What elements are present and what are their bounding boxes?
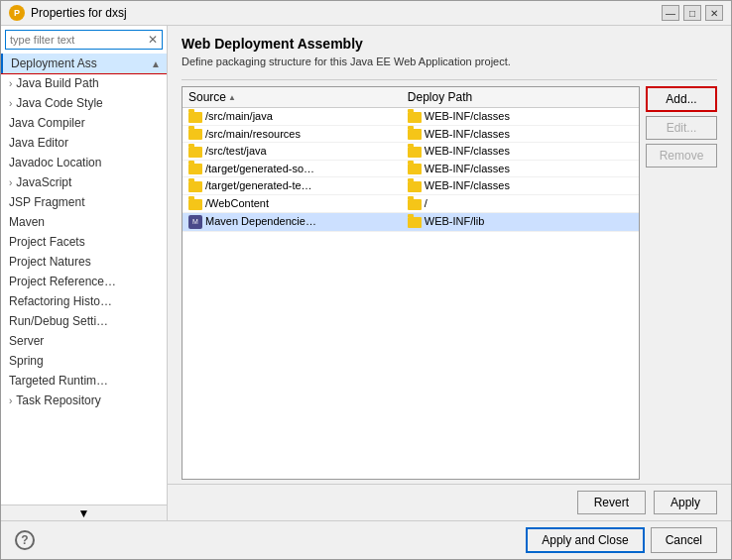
folder-icon — [188, 147, 202, 158]
sidebar-item-spring[interactable]: Spring — [1, 351, 167, 371]
edit-button[interactable]: Edit... — [646, 116, 717, 140]
remove-button[interactable]: Remove — [646, 144, 717, 168]
sidebar-item-label: Project Natures — [9, 255, 91, 269]
deploy-cell: WEB-INF/classes — [402, 143, 639, 161]
sidebar-item-javadoc-location[interactable]: Javadoc Location — [1, 153, 167, 172]
deploy-cell: WEB-INF/lib — [402, 212, 639, 231]
sidebar-item-project-facets[interactable]: Project Facets — [1, 232, 167, 252]
table-row[interactable]: /src/main/resourcesWEB-INF/classes — [183, 125, 639, 143]
title-bar: P Properties for dxsj — □ ✕ — [1, 1, 731, 26]
footer-right: Apply and Close Cancel — [526, 527, 717, 553]
table-row[interactable]: /src/test/javaWEB-INF/classes — [183, 143, 639, 161]
source-cell: /src/main/resources — [183, 125, 402, 143]
sidebar-item-java-code-style[interactable]: › Java Code Style — [1, 93, 167, 113]
sidebar-item-java-compiler[interactable]: Java Compiler — [1, 113, 167, 133]
main-window: P Properties for dxsj — □ ✕ ✕ Deployment… — [0, 0, 732, 560]
footer-left: ? — [15, 530, 35, 550]
deployment-table: Source ▲ Deploy Path — [183, 87, 639, 232]
sidebar-scroll-down[interactable]: ▼ — [1, 504, 167, 520]
sidebar-item-label: Task Repository — [16, 393, 100, 407]
sidebar-item-refactoring[interactable]: Refactoring Histo… — [1, 291, 167, 311]
sidebar-item-label: Project Reference… — [9, 275, 116, 288]
sidebar-item-label: Server — [9, 334, 44, 348]
folder-icon — [408, 129, 422, 140]
sidebar-item-javascript[interactable]: › JavaScript — [1, 172, 167, 192]
sidebar: ✕ Deployment Ass ▲ › Java Build Path › J… — [1, 26, 168, 520]
assembly-table[interactable]: Source ▲ Deploy Path — [182, 86, 640, 480]
source-cell: /target/generated-so… — [183, 160, 402, 177]
title-bar-left: P Properties for dxsj — [9, 5, 127, 21]
sidebar-item-label: Deployment Ass — [11, 56, 97, 70]
table-row[interactable]: MMaven Dependencie…WEB-INF/lib — [183, 212, 639, 231]
folder-icon — [188, 181, 202, 192]
table-row[interactable]: /target/generated-so…WEB-INF/classes — [183, 160, 639, 177]
deploy-cell: WEB-INF/classes — [402, 177, 639, 195]
minimize-button[interactable]: — — [662, 5, 679, 21]
sort-arrow-icon: ▲ — [228, 93, 236, 102]
sidebar-item-label: Java Compiler — [9, 116, 85, 130]
sidebar-item-server[interactable]: Server — [1, 331, 167, 351]
sidebar-item-build-path[interactable]: › Java Build Path — [1, 73, 167, 93]
apply-close-button[interactable]: Apply and Close — [526, 527, 644, 553]
sidebar-item-maven[interactable]: Maven — [1, 212, 167, 232]
folder-icon — [408, 112, 422, 123]
table-row[interactable]: /src/main/javaWEB-INF/classes — [183, 108, 639, 126]
sidebar-item-deployment-ass[interactable]: Deployment Ass ▲ — [1, 54, 167, 73]
expand-arrow-icon: › — [9, 78, 12, 89]
source-cell: /target/generated-te… — [183, 177, 402, 195]
sidebar-item-task-repository[interactable]: › Task Repository — [1, 391, 167, 410]
action-buttons: Add... Edit... Remove — [646, 86, 717, 480]
sidebar-item-java-editor[interactable]: Java Editor — [1, 133, 167, 153]
folder-icon — [408, 147, 422, 158]
folder-icon — [408, 181, 422, 192]
source-cell: /src/test/java — [183, 143, 402, 161]
search-input[interactable] — [10, 34, 148, 46]
sidebar-item-targeted-runtime[interactable]: Targeted Runtim… — [1, 371, 167, 391]
expand-arrow-icon: › — [9, 177, 12, 188]
table-row[interactable]: /WebContent/ — [183, 194, 639, 212]
footer: ? Apply and Close Cancel — [1, 520, 731, 559]
table-row[interactable]: /target/generated-te…WEB-INF/classes — [183, 177, 639, 195]
revert-button[interactable]: Revert — [577, 491, 646, 514]
folder-icon — [408, 199, 422, 210]
panel-header: Web Deployment Assembly Define packaging… — [168, 26, 731, 79]
close-button[interactable]: ✕ — [705, 5, 723, 21]
sidebar-item-label: Maven — [9, 215, 45, 229]
cancel-button[interactable]: Cancel — [651, 527, 717, 553]
folder-icon — [188, 199, 202, 210]
deploy-column-header[interactable]: Deploy Path — [402, 87, 639, 108]
deploy-cell: WEB-INF/classes — [402, 125, 639, 143]
search-clear-icon[interactable]: ✕ — [148, 33, 158, 47]
help-button[interactable]: ? — [15, 530, 35, 550]
sidebar-item-label: Javadoc Location — [9, 156, 101, 169]
window-title: Properties for dxsj — [31, 6, 127, 20]
folder-icon — [188, 164, 202, 174]
panel-description: Define packaging structure for this Java… — [182, 56, 717, 67]
restore-button[interactable]: □ — [683, 5, 701, 21]
window-controls: — □ ✕ — [662, 5, 723, 21]
sidebar-item-run-debug[interactable]: Run/Debug Setti… — [1, 311, 167, 331]
sidebar-item-project-references[interactable]: Project Reference… — [1, 272, 167, 291]
folder-icon — [188, 129, 202, 140]
main-content: ✕ Deployment Ass ▲ › Java Build Path › J… — [1, 26, 731, 520]
folder-icon — [408, 164, 422, 174]
sidebar-item-project-natures[interactable]: Project Natures — [1, 252, 167, 272]
source-cell: /WebContent — [183, 194, 402, 212]
folder-icon — [408, 217, 422, 228]
sidebar-list: Deployment Ass ▲ › Java Build Path › Jav… — [1, 54, 167, 504]
expand-arrow-icon: › — [9, 395, 12, 406]
sidebar-item-label: Targeted Runtim… — [9, 374, 108, 388]
sidebar-item-jsp-fragment[interactable]: JSP Fragment — [1, 192, 167, 212]
add-button[interactable]: Add... — [646, 86, 717, 112]
apply-button[interactable]: Apply — [654, 491, 717, 514]
deploy-cell: WEB-INF/classes — [402, 108, 639, 126]
search-box[interactable]: ✕ — [5, 30, 163, 50]
panel-title: Web Deployment Assembly — [182, 36, 717, 52]
sidebar-item-label: Java Code Style — [16, 96, 102, 110]
deploy-cell: / — [402, 194, 639, 212]
sidebar-item-label: Spring — [9, 354, 44, 368]
right-panel: Web Deployment Assembly Define packaging… — [168, 26, 731, 520]
sidebar-item-label: Refactoring Histo… — [9, 294, 112, 308]
source-cell: MMaven Dependencie… — [183, 212, 402, 231]
source-column-header[interactable]: Source ▲ — [183, 87, 402, 108]
